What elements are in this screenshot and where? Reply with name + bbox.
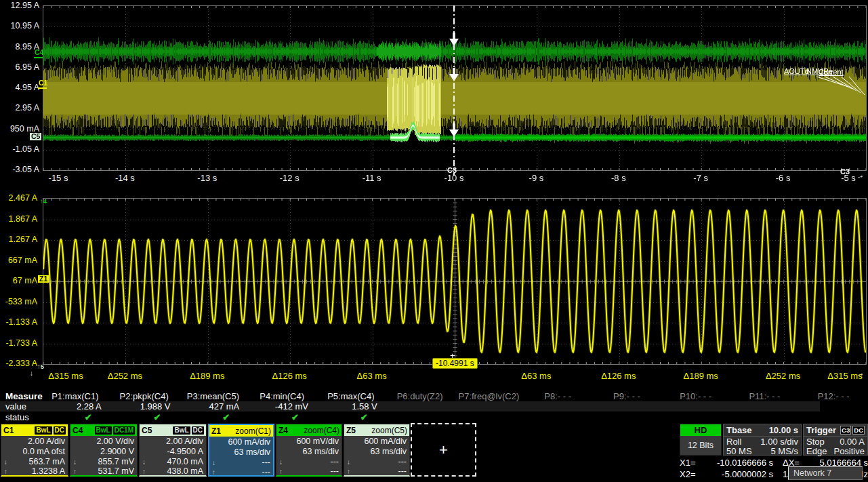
- descriptor-badges: BwLDC1M: [94, 426, 135, 435]
- descriptor-min-row: ↓855.7 mV: [73, 458, 134, 466]
- descriptor-header: Z4zoom(C4): [276, 424, 342, 436]
- descriptor-body: 600 mA/div63 ms/div↓---↑---: [344, 436, 409, 476]
- top-x-axis-label: -13 s: [197, 173, 217, 183]
- measure-header-row: MeasureP1:max(C1)P2:pkpk(C4)P3:mean(C5)P…: [0, 390, 868, 401]
- descriptor-zoom-source: zoom(C5): [371, 426, 407, 435]
- top-x-axis-label: -5 s: [841, 173, 856, 183]
- measure-param-label[interactable]: P7:freq@lv(C2): [455, 391, 524, 401]
- measure-param-label[interactable]: P9:- - -: [592, 391, 661, 401]
- measure-status-check-icon: ✔: [110, 412, 179, 422]
- network-tooltip: Network 7: [788, 466, 863, 480]
- measure-param-label[interactable]: P1:max(C1): [41, 391, 110, 401]
- top-x-axis-label: -8 s: [611, 173, 626, 183]
- measure-param-label[interactable]: P4:min(C4): [247, 391, 316, 401]
- measure-param-value: 2.28 A: [41, 401, 110, 411]
- descriptor-box-z5[interactable]: Z5zoom(C5)600 mA/div63 ms/div↓---↑---: [344, 424, 410, 477]
- top-y-axis-label: -3.05 A: [0, 165, 39, 175]
- top-x-axis-label: -14 s: [115, 173, 135, 183]
- measure-row-label: value: [0, 401, 41, 411]
- descriptor-badges: BwLDC: [33, 426, 66, 435]
- descriptor-offset: -4.9500 A: [142, 447, 203, 457]
- zoom-x-axis-label: Δ189 ms: [684, 371, 718, 381]
- top-y-axis-label: 8.95 A: [0, 42, 39, 52]
- measure-param-label[interactable]: P11:- - -: [730, 391, 800, 401]
- add-trace-button[interactable]: +: [411, 423, 476, 477]
- coupling-badge: DC: [54, 426, 66, 435]
- descriptor-body: 2.00 A/div-4.9500 A↓470.0 mA↑438.0 mA: [140, 436, 206, 476]
- descriptor-scale: 600 mA/div: [212, 437, 270, 447]
- channel-marker-c5[interactable]: C5: [30, 133, 41, 140]
- descriptor-box-c4[interactable]: C4BwLDC1M2.00 V/div2.9000 V↓855.7 mV↑531…: [70, 424, 138, 477]
- trigger-mode: Stop: [806, 437, 825, 447]
- descriptor-max-value: 531.7 mV: [98, 467, 134, 476]
- measure-status-check-icon: ✔: [316, 412, 386, 422]
- measure-status-check-icon: ✔: [41, 412, 110, 422]
- descriptor-box-c5[interactable]: C5BwLDC2.00 A/div-4.9500 A↓470.0 mA↑438.…: [139, 424, 207, 477]
- x1-label: X1=: [680, 458, 704, 468]
- down-arrow-icon: ↓: [279, 458, 283, 466]
- measure-param-label[interactable]: P3:mean(C5): [179, 391, 248, 401]
- measure-param-label[interactable]: P8:- - -: [523, 391, 592, 401]
- descriptor-box-z1[interactable]: Z1zoom(C1)600 mA/div63 ms/div↓---↑---: [208, 424, 274, 477]
- descriptor-badges: BwLDC: [171, 426, 204, 435]
- trigger-coupling-badge: DC: [852, 426, 865, 435]
- trigger-level: 0.00 A: [840, 437, 865, 447]
- zoom-x-axis-label: Δ126 ms: [272, 371, 307, 381]
- timebase-value: 10.00 s: [769, 425, 798, 435]
- zoom-cursor-plus-icon[interactable]: +: [450, 350, 455, 361]
- descriptor-box-z4[interactable]: Z4zoom(C4)600 mV/div63 ms/div↓---↑---: [276, 424, 342, 477]
- timebase-rate: 5 MS/s: [771, 446, 798, 456]
- top-x-axis-label: -10 s: [445, 173, 464, 183]
- zoom-x-axis-label: Δ315 ms: [827, 371, 862, 381]
- plus-icon: +: [439, 441, 448, 459]
- descriptor-zoom-source: zoom(C1): [235, 426, 271, 436]
- top-y-axis-label: 2.95 A: [0, 103, 39, 113]
- descriptor-min-value: ---: [398, 458, 407, 466]
- zoom-y-axis-label: -1.133 A: [0, 317, 37, 327]
- main-waveform-grid[interactable]: [43, 5, 867, 171]
- down-arrow-icon: ↓: [73, 458, 77, 466]
- descriptor-zoom-source: zoom(C4): [304, 426, 339, 435]
- top-y-axis-label: 4.95 A: [0, 83, 39, 93]
- measure-value-row: value2.28 A1.988 V427 mA-412 mV1.58 V: [0, 401, 868, 411]
- descriptor-scale: 600 mA/div: [347, 437, 407, 447]
- zoom-x-axis-label: Δ252 ms: [766, 371, 800, 381]
- descriptor-max-row: ↑1.3238 A: [4, 467, 65, 476]
- top-grid-right-arrow-icon: →: [854, 169, 865, 181]
- channel-marker-dash: [34, 57, 43, 58]
- descriptor-offset: 2.9000 V: [73, 447, 134, 457]
- zoom-waveform-grid[interactable]: [43, 198, 867, 365]
- trace-annotation-label[interactable]: Current: [819, 68, 844, 76]
- channel-marker-c4[interactable]: C4: [35, 49, 43, 56]
- zoom-marker-arrow-5[interactable]: ↑5: [37, 363, 44, 370]
- top-x-axis-label: -9 s: [529, 173, 544, 183]
- trigger-type: Edge: [806, 446, 827, 456]
- descriptor-max-value: ---: [262, 468, 271, 477]
- measure-param-label[interactable]: P5:max(C4): [316, 391, 386, 401]
- hd-resolution-box[interactable]: HD 12 Bits: [680, 424, 722, 456]
- descriptor-max-row: ↑531.7 mV: [73, 467, 134, 476]
- zoom-marker-z1[interactable]: Z1: [38, 275, 49, 283]
- descriptor-scale: 600 mV/div: [279, 437, 339, 447]
- timebase-box[interactable]: Tbase 10.00 s Roll 1.00 s/div 50 MS 5 MS…: [723, 424, 802, 456]
- descriptor-body: 600 mA/div63 ms/div↓---↑---: [209, 437, 273, 477]
- measure-param-label[interactable]: P6:duty(Z2): [386, 391, 455, 401]
- descriptor-min-value: 855.7 mV: [98, 458, 134, 466]
- measure-row-label: Measure: [0, 391, 41, 401]
- measure-param-label[interactable]: P2:pkpk(C4): [110, 391, 179, 401]
- measure-param-label[interactable]: P10:- - -: [661, 391, 730, 401]
- up-arrow-icon: ↑: [4, 467, 7, 476]
- trace-annotation-label[interactable]: AOUTd: [784, 67, 809, 75]
- descriptor-max-row: ↑438.0 mA: [142, 467, 203, 476]
- zoom-marker-arrow-4[interactable]: ↑4: [40, 197, 47, 205]
- descriptor-id: C1: [3, 426, 14, 435]
- descriptor-max-value: ---: [331, 467, 339, 476]
- measure-param-label[interactable]: P12:- - -: [799, 391, 868, 401]
- descriptor-box-c1[interactable]: C1BwLDC2.00 A/div0.0 mA ofst↓563.7 mA↑1.…: [1, 424, 68, 477]
- measure-status-check-icon: ✔: [247, 412, 316, 422]
- coupling-badge: DC1M: [113, 426, 135, 435]
- trigger-box[interactable]: Trigger C3 DC Stop 0.00 A Edge Positive: [803, 424, 868, 456]
- descriptor-min-row: ↓563.7 mA: [4, 458, 65, 466]
- channel-marker-c1[interactable]: C1: [39, 79, 47, 87]
- descriptor-id: Z4: [278, 426, 288, 435]
